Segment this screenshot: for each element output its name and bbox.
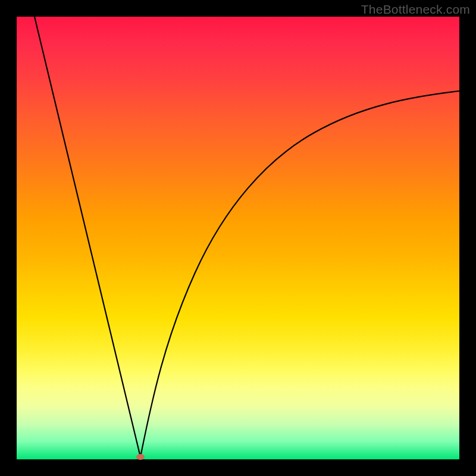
watermark-text: TheBottleneck.com — [361, 2, 470, 17]
chart-plot-area — [17, 17, 459, 459]
curve-left-branch — [35, 17, 140, 457]
curve-right-branch — [140, 91, 459, 457]
bottleneck-curve — [17, 17, 459, 459]
optimal-point-marker — [136, 454, 145, 460]
